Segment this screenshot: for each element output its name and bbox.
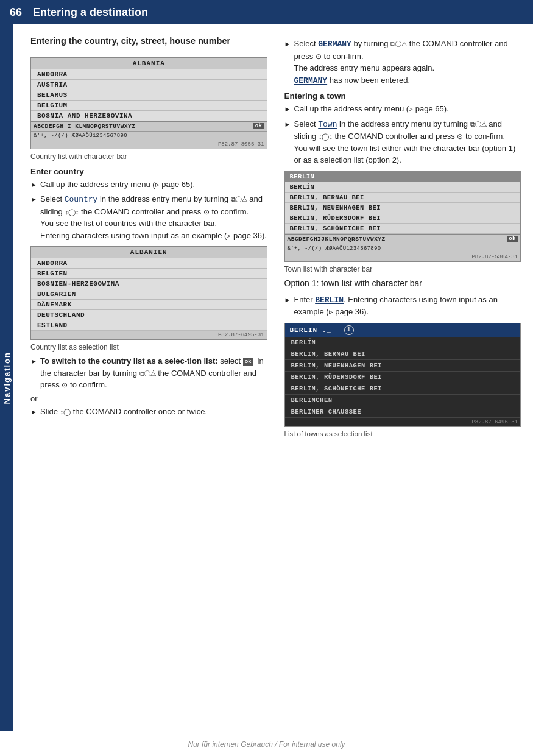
country-2-belgien: BELGIEN [31, 269, 267, 279]
town-bullet-1: ► Call up the address entry menu (▹ page… [284, 103, 521, 115]
controller-ud-icon-r1: ↕◯↕ [319, 133, 333, 140]
country-item-belarus: BELARUS [31, 90, 267, 101]
enter-country-heading: Enter country [30, 167, 267, 176]
controller-ud-icon-2: ↕◯ [60, 408, 71, 415]
right-column: ► Select GERMANY by turning ⧉◯⧊ the COMA… [284, 35, 521, 439]
bullet-text-r2: Call up the address entry menu (▹ page 6… [294, 103, 521, 115]
country-screen-1-caption: Country list with character bar [30, 152, 267, 161]
country-2-top: ALBANIEN [31, 247, 267, 258]
nav-sidebar-label: Navigation [2, 352, 12, 404]
berlin-sel-berlinchen: BERLINCHEN [285, 395, 521, 406]
bullet-text-2: Select Country in the address entry menu… [40, 193, 267, 241]
select-germany-bullet: ► Select GERMANY by turning ⧉◯⧊ the COMA… [284, 38, 521, 87]
berlin-sel-neuenhagen: BERLIN, NEUENHAGEN BEI [285, 360, 521, 372]
town-screen-ref-1: P82.87-5364-31 [285, 253, 521, 261]
town-item-ruedersdorf: BERLIN, RÜDERSDORF BEI [285, 213, 521, 224]
switch-bold: To switch to the country list as a selec… [40, 356, 218, 366]
enter-country-bullet-2: ► Select Country in the address entry me… [30, 193, 267, 241]
bullet-text-r3: Select Town in the address entry menu by… [294, 118, 521, 166]
town-item-berlin-1: BERLÍN [285, 182, 521, 193]
char-bar-1: ABCDEFGH I KLMNOPQRSTUVWXYZ ok [31, 121, 267, 131]
town-char-bar: ABCDEFGHIJKLMNOPQRSTUVWXYZ ok [285, 234, 521, 244]
page-number: 66 [10, 6, 22, 19]
berlin-screen: BERLIN ._ 1 BERLÍN BERLIN, BERNAU BEI BE… [284, 323, 521, 427]
country-2-estland: ESTLAND [31, 320, 267, 331]
town-top-berlin: BERLIN [285, 172, 521, 182]
confirm-icon-1: ⊙ [203, 208, 210, 216]
controller-lr-icon: ⧉◯⧊ [231, 196, 247, 203]
nav-sidebar: Navigation [0, 24, 13, 731]
char-bar-special-1: &'+, -/(/) ÆØÄÄÖÜ1234567890 [31, 131, 267, 140]
bullet-text-r4: Enter BERLIN. Entering characters using … [294, 294, 521, 318]
bullet-arrow-4: ► [30, 407, 39, 418]
berlin-text: BERLIN ._ [290, 327, 341, 334]
bullet-arrow-2: ► [30, 194, 39, 241]
confirm-icon-r2: ⊙ [457, 132, 463, 141]
town-item-neuenhagen: BERLIN, NEUENHAGEN BEI [285, 203, 521, 213]
left-column: Entering the country, city, street, hous… [30, 35, 267, 439]
main-content: Entering the country, city, street, hous… [13, 24, 533, 451]
slide-bullet: ► Slide ↕◯ the COMAND controller once or… [30, 406, 267, 418]
switch-country-bullet: ► To switch to the country list as a sel… [30, 355, 267, 391]
confirm-icon-2: ⊙ [62, 381, 68, 389]
town-bullet-2: ► Select Town in the address entry menu … [284, 118, 521, 166]
screen-ref-1: P82.87-8055-31 [31, 140, 267, 149]
country-2-deutschland: DEUTSCHLAND [31, 310, 267, 320]
bullet-text-4: Slide ↕◯ the COMAND controller once or t… [40, 406, 267, 418]
town-char-bar-special: &'+, -/(/) ÆØÄÄÖÜ1234567890 [285, 244, 521, 253]
bullet-arrow-r1: ► [284, 39, 293, 87]
screen-ref-2: P82.87-6495-31 [31, 331, 267, 339]
page-title: Entering a destination [33, 6, 148, 19]
circle-num-1: 1 [344, 325, 354, 335]
country-screen-1: ALBANIA ANDORRA AUSTRIA BELARUS BELGIUM … [30, 57, 267, 149]
footer-text: Nur für internen Gebrauch / For internal… [188, 740, 345, 749]
town-item-schoeneiche: BERLIN, SCHÖNEICHE BEI [285, 224, 521, 234]
page-header: 66 Entering a destination [0, 0, 533, 24]
country-highlight: Country [65, 195, 98, 204]
controller-ud-icon: ↕◯↕ [65, 208, 79, 216]
berlin-sel-bernau: BERLIN, BERNAU BEI [285, 348, 521, 360]
option1-bullet: ► Enter BERLIN. Entering characters usin… [284, 294, 521, 318]
country-item-austria: AUSTRIA [31, 80, 267, 90]
controller-lr-icon-r1: ⧉◯⧊ [390, 40, 407, 48]
page-footer: Nur für internen Gebrauch / For internal… [0, 740, 533, 749]
town-item-bernau: BERLIN, BERNAU BEI [285, 193, 521, 203]
germany-highlight-2: GERMANY [294, 76, 328, 85]
country-item-andorra: ANDORRA [31, 69, 267, 80]
ok-button: ok [253, 123, 264, 129]
country-2-andorra: ANDORRA [31, 258, 267, 269]
bullet-arrow-r4: ► [284, 295, 293, 318]
country-2-bosnien: BOSNIEN-HERZEGOWINA [31, 279, 267, 289]
controller-lr-icon-2: ⧉◯⧊ [139, 370, 156, 377]
berlin-sel-chaussee: BERLINER CHAUSSEE [285, 406, 521, 418]
entering-town-heading: Entering a town [284, 91, 521, 101]
town-ok-btn: ok [507, 236, 518, 242]
confirm-icon-r1: ⊙ [316, 52, 322, 61]
country-screen-2: ALBANIEN ANDORRA BELGIEN BOSNIEN-HERZEGO… [30, 246, 267, 340]
berlin-highlight: BERLIN [315, 295, 344, 305]
country-2-bulgarien: BULGARIEN [31, 289, 267, 300]
section-heading: Entering the country, city, street, hous… [30, 35, 267, 47]
town-highlight: Town [318, 120, 337, 129]
berlin-screen-caption: List of towns as selection list [284, 430, 521, 437]
or-text: or [30, 394, 267, 403]
country-2-daenemark: DÄNEMARK [31, 300, 267, 310]
berlin-sel-schoeneiche: BERLIN, SCHÖNEICHE BEI [285, 383, 521, 395]
berlin-screen-ref: P82.87-6496-31 [285, 418, 521, 426]
ok-inline: ok [243, 358, 253, 366]
country-top-item: ALBANIA [31, 58, 267, 69]
country-item-bosnia: BOSNIA AND HERZEGOVINA [31, 111, 267, 121]
bullet-arrow-3: ► [30, 356, 39, 391]
germany-highlight-1: GERMANY [318, 40, 351, 49]
town-screen-1: BERLIN BERLÍN BERLIN, BERNAU BEI BERLIN,… [284, 171, 521, 262]
berlin-sel-berlin1: BERLÍN [285, 337, 521, 348]
country-screen-2-caption: Country list as selection list [30, 343, 267, 352]
option1-heading: Option 1: town list with character bar [284, 277, 521, 290]
enter-country-bullet-1: ► Call up the address entry menu (▹ page… [30, 178, 267, 191]
bullet-arrow-r2: ► [284, 104, 293, 115]
bullet-arrow-1: ► [30, 180, 39, 191]
berlin-sel-ruedersdorf: BERLIN, RÜDERSDORF BEI [285, 372, 521, 383]
town-screen-caption: Town list with character bar [284, 265, 521, 274]
country-item-belgium: BELGIUM [31, 101, 267, 111]
bullet-text-3: To switch to the country list as a selec… [40, 355, 267, 391]
